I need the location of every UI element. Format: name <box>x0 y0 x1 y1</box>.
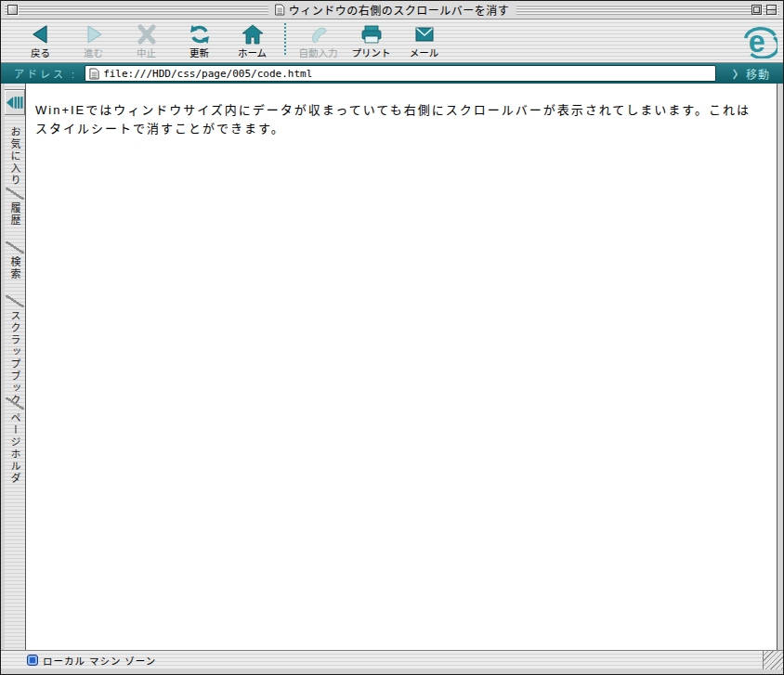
sidebar-tab-pageholder[interactable]: ページホルダ <box>5 409 25 487</box>
document-icon <box>275 4 285 16</box>
forward-arrow-icon <box>83 22 105 45</box>
home-label: ホーム <box>238 45 267 59</box>
window-frame-right <box>777 84 783 650</box>
browser-window: ウィンドウの右側のスクロールバーを消す 戻る 進む 中止 <box>0 0 784 675</box>
go-label: 移動 <box>746 66 770 82</box>
sidebar-tab-scrapbook[interactable]: スクラップブック <box>5 307 25 397</box>
print-button[interactable]: プリント <box>345 22 398 59</box>
back-label: 戻る <box>31 45 50 59</box>
back-button[interactable]: 戻る <box>14 22 67 59</box>
scrapbook-tab-label: スクラップブック <box>7 310 22 407</box>
forward-button[interactable]: 進む <box>67 22 120 59</box>
page-content: Win+IEではウィンドウサイズ内にデータが収まっていても右側にスクロールバーが… <box>26 84 777 650</box>
autofill-label: 自動入力 <box>299 45 338 59</box>
page-body-text: Win+IEではウィンドウサイズ内にデータが収まっていても右側にスクロールバーが… <box>35 101 764 138</box>
main-area: お気に入り 履歴 検索 スクラップブック ページホルダ Win+IEではウィンド… <box>1 84 783 650</box>
mail-label: メール <box>410 45 439 59</box>
address-input[interactable] <box>103 67 712 80</box>
toolbar: 戻る 進む 中止 更新 <box>1 19 783 63</box>
print-label: プリント <box>352 45 391 59</box>
expand-sidebar-button[interactable] <box>5 89 25 115</box>
address-bar: アドレス : 〉 移動 <box>1 63 783 84</box>
zoom-box-icon[interactable] <box>751 5 762 15</box>
favorites-tab-label: お気に入り <box>7 126 22 187</box>
history-tab-label: 履歴 <box>7 202 22 227</box>
home-button[interactable]: ホーム <box>226 22 279 59</box>
sidebar-tab-history[interactable]: 履歴 <box>5 200 25 241</box>
sidebar-tab-strip: お気に入り 履歴 検索 スクラップブック ページホルダ <box>5 84 26 650</box>
window-title: ウィンドウの右側のスクロールバーを消す <box>289 2 510 18</box>
address-field[interactable] <box>85 65 716 82</box>
collapse-panel-icon <box>7 97 23 109</box>
collapse-box-icon[interactable] <box>766 5 777 15</box>
tab-separator <box>6 188 24 200</box>
go-arrow-icon: 〉 <box>733 66 743 81</box>
printer-icon <box>360 22 383 45</box>
toolbar-separator <box>284 23 286 55</box>
status-bar: ローカル マシン ゾーン <box>1 650 783 669</box>
forward-label: 進む <box>84 45 103 59</box>
address-label: アドレス : <box>14 66 77 81</box>
tab-separator <box>6 241 24 253</box>
window-title-group: ウィンドウの右側のスクロールバーを消す <box>268 1 516 19</box>
stop-button[interactable]: 中止 <box>120 22 173 59</box>
stop-x-icon <box>136 22 158 45</box>
autofill-icon <box>307 22 330 45</box>
back-arrow-icon <box>30 22 52 45</box>
go-button[interactable]: 〉 移動 <box>724 66 777 82</box>
autofill-button[interactable]: 自動入力 <box>292 22 345 59</box>
search-tab-label: 検索 <box>7 256 22 280</box>
internet-explorer-logo: e <box>742 23 777 58</box>
mail-icon <box>413 22 436 45</box>
refresh-icon <box>189 22 211 45</box>
tab-separator <box>6 397 24 409</box>
refresh-button[interactable]: 更新 <box>173 22 226 59</box>
refresh-label: 更新 <box>189 45 209 59</box>
security-zone-text: ローカル マシン ゾーン <box>43 654 156 668</box>
stop-label: 中止 <box>137 45 156 59</box>
sidebar-tab-favorites[interactable]: お気に入り <box>5 123 25 188</box>
tab-separator <box>6 295 24 307</box>
security-zone-icon <box>27 655 38 666</box>
home-icon <box>242 22 264 45</box>
close-box-icon[interactable] <box>7 5 18 15</box>
resize-grip[interactable] <box>763 651 783 669</box>
page-document-icon <box>89 68 99 80</box>
title-bar: ウィンドウの右側のスクロールバーを消す <box>1 1 783 19</box>
window-frame-bottom <box>1 669 783 674</box>
mail-button[interactable]: メール <box>398 22 451 59</box>
sidebar-tab-search[interactable]: 検索 <box>5 253 25 295</box>
svg-text:e: e <box>749 25 765 58</box>
pageholder-tab-label: ページホルダ <box>7 412 22 485</box>
